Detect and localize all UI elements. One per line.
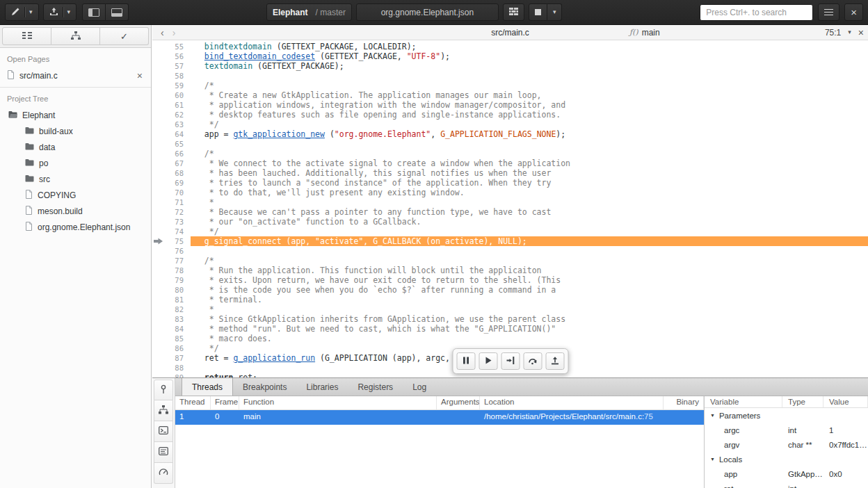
variable-group-row[interactable]: ▼Locals [705,452,868,466]
step-out-button[interactable] [545,352,564,370]
code-line[interactable]: 60 * Create a new GtkApplication. The ap… [152,90,868,100]
breakpoint-margin[interactable] [152,227,164,236]
code-line[interactable]: 81 * terminal. [152,295,868,304]
toggle-bottom-panel-button[interactable] [106,3,129,21]
tab-threads[interactable]: Threads [182,378,233,396]
code-line[interactable]: 69 * tries to launch a "second instance"… [152,178,868,188]
code-line[interactable]: 66 /* [152,149,868,158]
step-in-button[interactable] [501,352,520,370]
nav-forward-icon[interactable]: › [168,27,180,38]
column-header-variable[interactable]: Variable [705,396,782,407]
breakpoint-margin[interactable] [152,110,164,120]
breakpoint-margin[interactable] [152,304,164,314]
code-line[interactable]: 74 */ [152,227,868,236]
breakpoint-margin[interactable] [152,353,164,363]
breakpoint-margin[interactable] [152,90,164,100]
build-button[interactable] [503,3,524,21]
column-header-arguments[interactable]: Arguments [437,396,480,409]
variable-row[interactable]: appGtkAppli…0x0 [705,466,868,481]
breakpoint-margin[interactable] [152,275,164,285]
continue-button[interactable] [479,352,497,370]
breakpoint-margin[interactable] [152,139,164,149]
breakpoint-margin[interactable] [152,168,164,178]
build-pipeline-panel-button[interactable] [154,400,173,421]
breakpoint-margin[interactable] [152,295,164,304]
breakpoint-margin[interactable] [152,71,164,81]
code-line[interactable]: 58 [152,71,868,81]
code-line[interactable]: 79 * exits. Upon return, we have our exi… [152,275,868,285]
run-options-button[interactable]: ▾ [547,3,563,21]
breakpoint-margin[interactable] [152,236,164,246]
code-line[interactable]: 73 * our "on_activate" function to a GCa… [152,217,868,227]
breakpoint-margin[interactable] [152,197,164,207]
code-line[interactable]: 76 [152,246,868,256]
open-page-item[interactable]: src/main.c × [0,67,151,88]
window-close-button[interactable]: × [844,3,863,21]
tree-item[interactable]: build-aux [0,123,151,139]
breakpoint-margin[interactable] [152,188,164,197]
breakpoint-margin[interactable] [152,149,164,158]
code-line[interactable]: 77 /* [152,256,868,266]
breakpoint-margin[interactable] [152,285,164,295]
breakpoint-margin[interactable] [152,51,164,61]
edit-tool-button[interactable]: ▾ [5,3,39,21]
variable-row[interactable]: argcint1 [705,423,868,437]
tree-item[interactable]: po [0,155,151,171]
sidebar-tab-pages[interactable] [2,27,51,45]
column-header-location[interactable]: Location [480,396,664,409]
code-line[interactable]: 72 * Because we can't pass a pointer to … [152,207,868,217]
breakpoint-margin[interactable] [152,81,164,90]
code-line[interactable]: 61 * application windows, integration wi… [152,100,868,110]
tree-item[interactable]: COPYING [0,187,151,203]
close-page-icon[interactable]: × [134,71,145,81]
tree-item[interactable]: src [0,171,151,187]
variable-row[interactable]: argvchar **0x7ffdc1… [705,437,868,452]
code-line[interactable]: 68 * has been lauched. Additionally, thi… [152,168,868,178]
sidebar-tab-build[interactable] [51,27,100,45]
terminal-panel-button[interactable] [154,421,173,442]
debugger-panel-button[interactable] [154,380,173,400]
breakpoint-margin[interactable] [152,266,164,275]
breakpoint-margin[interactable] [152,373,164,377]
column-header-function[interactable]: Function [239,396,437,409]
tree-item[interactable]: meson.build [0,203,151,219]
tree-item[interactable]: Elephant [0,107,151,123]
code-line[interactable]: 59 /* [152,81,868,90]
column-header-thread[interactable]: Thread [175,396,211,409]
expander-triangle-icon[interactable]: ▼ [710,457,715,462]
breakpoint-margin[interactable] [152,100,164,110]
thread-row[interactable]: 10main/home/christian/Projects/Elephant/… [175,410,704,425]
tab-libraries[interactable]: Libraries [296,378,348,396]
breakpoint-margin[interactable] [152,217,164,227]
code-line[interactable]: 83 * Since GtkApplication inherits from … [152,314,868,324]
chevron-down-icon[interactable]: ▾ [848,29,851,35]
code-line[interactable]: 84 * method "run". But we need to cast, … [152,324,868,334]
column-header-type[interactable]: Type [782,396,823,407]
code-line[interactable]: 67 * We connect to the activate signal t… [152,158,868,168]
breakpoint-margin[interactable] [152,61,164,71]
nav-back-icon[interactable]: ‹ [156,27,168,38]
breakpoint-margin[interactable] [152,246,164,256]
breakpoint-margin[interactable] [152,363,164,373]
code-line[interactable]: 65 [152,139,868,149]
code-editor[interactable]: 55 bindtextdomain (GETTEXT_PACKAGE, LOCA… [152,40,868,377]
code-line[interactable]: 62 * desktop features such as file openi… [152,110,868,120]
breakpoint-margin[interactable] [152,343,164,353]
breakpoint-margin[interactable] [152,314,164,324]
code-line[interactable]: 63 */ [152,120,868,129]
code-line[interactable]: 71 * [152,197,868,207]
column-header-binary[interactable]: Binary [664,396,704,409]
export-tool-button[interactable]: ▾ [43,3,77,21]
symbol-selector[interactable]: ƒ() main [629,28,660,38]
tree-item[interactable]: org.gnome.Elephant.json [0,219,151,235]
output-panel-button[interactable] [154,442,173,463]
toggle-left-panel-button[interactable] [82,3,106,21]
code-line[interactable]: 75 g_signal_connect (app, "activate", G_… [152,236,868,246]
expander-triangle-icon[interactable]: ▼ [710,413,715,418]
code-line[interactable]: 56 bind_textdomain_codeset (GETTEXT_PACK… [152,51,868,61]
search-input[interactable] [700,4,813,21]
tab-log[interactable]: Log [403,378,436,396]
breakpoint-margin[interactable] [152,120,164,129]
tree-item[interactable]: data [0,139,151,155]
profiler-panel-button[interactable] [154,463,173,484]
